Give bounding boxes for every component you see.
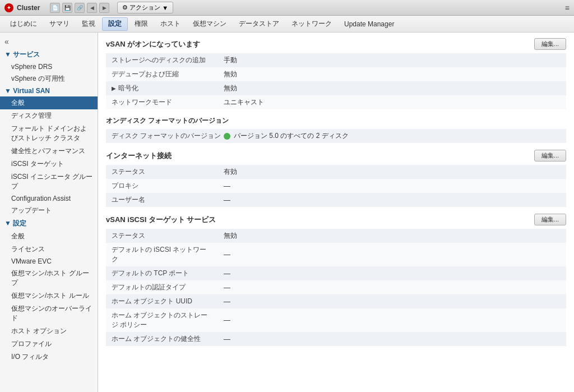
- internet-section-header: インターネット接続 編集...: [106, 150, 566, 162]
- nav-item-サマリ[interactable]: サマリ: [44, 17, 75, 31]
- network-icon[interactable]: 🔗: [75, 3, 85, 13]
- sidebar-item-全般[interactable]: 全般: [0, 230, 98, 243]
- sidebar-item-プロファイル[interactable]: プロファイル: [0, 338, 98, 351]
- disk-format-title: オンディスク フォーマットのバージョン: [106, 116, 566, 126]
- vsan-table: ストレージへのディスクの追加手動デデュープおよび圧縮無効▶暗号化無効ネットワーク…: [106, 53, 566, 109]
- sidebar-item-ディスク管理[interactable]: ディスク管理: [0, 109, 98, 122]
- doc-icon[interactable]: 📄: [50, 3, 60, 13]
- internet-section: インターネット接続 編集... ステータス有効プロキシ—ユーザー名—: [106, 150, 566, 207]
- title-bar-right: ≡: [565, 3, 570, 12]
- iscsi-section: vSAN iSCSI ターゲット サービス 編集... ステータス無効デフォルト…: [106, 214, 566, 346]
- vsan-title: vSAN がオンになっています: [106, 39, 200, 49]
- sidebar-back-button[interactable]: «: [0, 35, 98, 48]
- sidebar-item-仮想マシンのオーバー[interactable]: 仮想マシンのオーバーライド: [0, 302, 98, 325]
- sidebar-item-vSphere-の可[interactable]: vSphere の可用性: [0, 72, 98, 85]
- disk-format-text: バージョン 5.0 のすべての 2 ディスク: [234, 131, 349, 141]
- nav-item-ネットワーク[interactable]: ネットワーク: [286, 17, 337, 31]
- sidebar-item-フォールト-ドメイン[interactable]: フォールト ドメインおよびストレッチ クラスタ: [0, 122, 98, 145]
- main-layout: « ▼ サービスvSphere DRSvSphere の可用性▼ Virtual…: [0, 33, 574, 392]
- sidebar-item-vSphere-DR[interactable]: vSphere DRS: [0, 61, 98, 72]
- disk-format-row: ディスク フォーマットのバージョン バージョン 5.0 のすべての 2 ディスク: [106, 129, 566, 143]
- menu-icon[interactable]: ≡: [565, 3, 570, 12]
- forward-icon[interactable]: ▶: [99, 3, 109, 13]
- sidebar: « ▼ サービスvSphere DRSvSphere の可用性▼ Virtual…: [0, 33, 98, 392]
- table-row: デフォルトの iSCSI ネットワーク—: [106, 243, 566, 266]
- sidebar-item-I/O-フィルタ[interactable]: I/O フィルタ: [0, 351, 98, 363]
- table-row: ▶暗号化無効: [106, 81, 566, 95]
- sidebar-item-iSCSI-イニシエ[interactable]: iSCSI イニシエータ グループ: [0, 170, 98, 193]
- table-row: ホーム オブジェクトの健全性—: [106, 332, 566, 346]
- sidebar-item-VMware-EVC[interactable]: VMware EVC: [0, 256, 98, 267]
- nav-item-権限[interactable]: 権限: [129, 17, 154, 31]
- content-area: vSAN がオンになっています 編集... ストレージへのディスクの追加手動デデ…: [98, 33, 574, 392]
- app-logo: ✦: [4, 3, 13, 12]
- sidebar-section-▼-サービス[interactable]: ▼ サービス: [0, 48, 98, 61]
- nav-item-はじめに[interactable]: はじめに: [4, 17, 43, 31]
- table-row: ステータス有効: [106, 165, 566, 179]
- title-bar: ✦ Cluster 📄 💾 🔗 ◀ ▶ ⚙ アクション ▼ ≡: [0, 0, 574, 16]
- iscsi-title: vSAN iSCSI ターゲット サービス: [106, 215, 216, 225]
- gear-icon: ⚙: [122, 4, 128, 11]
- nav-item-データストア[interactable]: データストア: [233, 17, 285, 31]
- sidebar-item-全般[interactable]: 全般: [0, 96, 98, 109]
- sidebar-item-健全性とパフォーマン[interactable]: 健全性とパフォーマンス: [0, 145, 98, 158]
- table-row: ユーザー名—: [106, 193, 566, 207]
- sidebar-item-Configurat[interactable]: Configuration Assist: [0, 193, 98, 204]
- action-button[interactable]: ⚙ アクション ▼: [117, 2, 173, 13]
- iscsi-edit-button[interactable]: 編集...: [534, 214, 566, 225]
- internet-title: インターネット接続: [106, 151, 172, 161]
- disk-format-label: ディスク フォーマットのバージョン: [112, 131, 224, 141]
- sidebar-item-ホスト-オプション[interactable]: ホスト オプション: [0, 325, 98, 338]
- table-row: ホーム オブジェクト UUID—: [106, 294, 566, 308]
- iscsi-table: ステータス無効デフォルトの iSCSI ネットワーク—デフォルトの TCP ポー…: [106, 229, 566, 346]
- table-row: ネットワークモードユニキャスト: [106, 95, 566, 109]
- sidebar-item-仮想マシン/ホスト-[interactable]: 仮想マシン/ホスト グループ: [0, 267, 98, 289]
- nav-item-Update-Manager[interactable]: Update Manager: [339, 17, 400, 31]
- sidebar-section-▼-Virtual-SAN[interactable]: ▼ Virtual SAN: [0, 85, 98, 96]
- nav-item-監視[interactable]: 監視: [76, 17, 101, 31]
- nav-item-設定[interactable]: 設定: [102, 17, 128, 31]
- sidebar-item-仮想マシン/ホスト-[interactable]: 仮想マシン/ホスト ルール: [0, 289, 98, 302]
- top-nav: はじめにサマリ監視設定権限ホスト仮想マシンデータストアネットワークUpdate …: [0, 16, 574, 33]
- nav-item-ホスト[interactable]: ホスト: [155, 17, 186, 31]
- iscsi-section-header: vSAN iSCSI ターゲット サービス 編集...: [106, 214, 566, 225]
- sidebar-item-ライセンス[interactable]: ライセンス: [0, 243, 98, 256]
- table-row: デフォルトの TCP ポート—: [106, 266, 566, 280]
- table-row: プロキシ—: [106, 179, 566, 193]
- table-row: ステータス無効: [106, 229, 566, 243]
- back-icon[interactable]: ◀: [87, 3, 97, 13]
- sidebar-item-iSCSI-ターゲッ[interactable]: iSCSI ターゲット: [0, 158, 98, 170]
- save-icon[interactable]: 💾: [62, 3, 72, 13]
- title-icons: 📄 💾 🔗 ◀ ▶: [50, 3, 109, 13]
- disk-format-value: バージョン 5.0 のすべての 2 ディスク: [224, 131, 349, 141]
- internet-edit-button[interactable]: 編集...: [534, 150, 566, 162]
- app-title: Cluster: [17, 4, 40, 12]
- internet-table: ステータス有効プロキシ—ユーザー名—: [106, 165, 566, 207]
- table-row: ストレージへのディスクの追加手動: [106, 53, 566, 67]
- vsan-section-header: vSAN がオンになっています 編集...: [106, 38, 566, 50]
- sidebar-section-▼-設定[interactable]: ▼ 設定: [0, 217, 98, 230]
- table-row: デフォルトの認証タイプ—: [106, 280, 566, 294]
- nav-item-仮想マシン[interactable]: 仮想マシン: [187, 17, 232, 31]
- vsan-edit-button[interactable]: 編集...: [534, 38, 566, 50]
- table-row: ホーム オブジェクトのストレージ ポリシー—: [106, 308, 566, 332]
- status-dot: [224, 133, 230, 140]
- table-row: デデュープおよび圧縮無効: [106, 67, 566, 81]
- sidebar-item-アップデート[interactable]: アップデート: [0, 204, 98, 217]
